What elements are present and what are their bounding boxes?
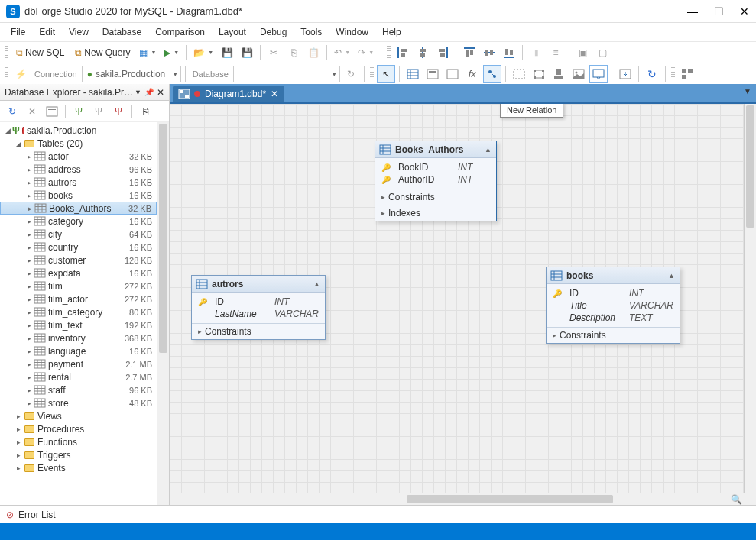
distribute-h-button[interactable]: ⫴ — [527, 44, 545, 62]
distribute-v-button[interactable]: ≡ — [547, 44, 565, 62]
menu-comparison[interactable]: Comparison — [149, 24, 211, 40]
entity-section-constraints[interactable]: ▸Constraints — [375, 189, 496, 205]
align-top-button[interactable] — [460, 44, 479, 62]
tree-scrollbar[interactable] — [157, 122, 169, 505]
column-row[interactable]: TitleVARCHAR — [547, 299, 680, 312]
minimize-button[interactable]: ― — [687, 6, 698, 17]
tree-table-actor[interactable]: ▸actor32 KB — [0, 150, 157, 163]
add-table-button[interactable] — [404, 65, 422, 83]
zoom-icon[interactable]: 🔍 — [731, 494, 742, 505]
chevron-down-icon[interactable]: ▼ — [135, 89, 141, 96]
menu-edit[interactable]: Edit — [33, 24, 61, 40]
tree-folder-events[interactable]: ▸Events — [0, 461, 157, 474]
tree-table-inventory[interactable]: ▸inventory368 KB — [0, 331, 157, 344]
entity-section-constraints[interactable]: ▸Constraints — [192, 323, 325, 339]
tab-menu-icon[interactable]: ▼ — [744, 87, 751, 95]
menu-debug[interactable]: Debug — [254, 24, 293, 40]
new-query-button[interactable]: ⧉ New Query — [70, 44, 135, 62]
export-diagram-button[interactable] — [616, 65, 634, 83]
tree-table-autrors[interactable]: ▸autrors16 KB — [0, 176, 157, 189]
tree-table-language[interactable]: ▸language16 KB — [0, 344, 157, 357]
tree-table-film[interactable]: ▸film272 KB — [0, 280, 157, 293]
tree-folder-functions[interactable]: ▸Functions — [0, 435, 157, 448]
tree-table-film_text[interactable]: ▸film_text192 KB — [0, 319, 157, 331]
database-combo[interactable] — [233, 66, 340, 82]
canvas-hscrollbar[interactable]: 🔍 — [170, 493, 744, 505]
tree-folder-views[interactable]: ▸Views — [0, 409, 157, 422]
entity-section-constraints[interactable]: ▸Constraints — [547, 327, 680, 343]
new-sql-button[interactable]: ⧉ New SQL — [11, 44, 69, 62]
align-bottom-button[interactable] — [500, 44, 518, 62]
align-center-h-button[interactable] — [414, 44, 432, 62]
toolbar-grip[interactable] — [5, 46, 8, 60]
entity-books[interactable]: books ▲ 🔑IDINTTitleVARCHARDescriptionTEX… — [546, 267, 680, 344]
column-row[interactable]: 🔑IDINT — [192, 296, 325, 308]
menu-file[interactable]: File — [5, 24, 31, 40]
image-tool[interactable] — [569, 65, 588, 83]
new-relation-button[interactable] — [483, 65, 501, 83]
tree-table-category[interactable]: ▸category16 KB — [0, 215, 157, 228]
add-view-button[interactable] — [423, 65, 442, 83]
undo-button[interactable]: ↶▼ — [331, 44, 353, 62]
note-tool[interactable] — [589, 65, 608, 83]
column-row[interactable]: 🔑BookIDINT — [375, 161, 496, 173]
save-button[interactable]: 💾 — [218, 44, 236, 62]
refresh-db-button[interactable]: ↻ — [342, 65, 360, 83]
database-tree[interactable]: ◢Ψ sakila.Production◢Tables (20)▸actor32… — [0, 122, 157, 505]
bring-front-button[interactable]: ▣ — [573, 44, 592, 62]
menu-tools[interactable]: Tools — [294, 24, 328, 40]
align-left-button[interactable] — [394, 44, 412, 62]
tree-table-rental[interactable]: ▸rental2.7 MB — [0, 370, 157, 383]
connect-button[interactable]: ⚡ — [11, 65, 30, 83]
entity-section-indexes[interactable]: ▸Indexes — [375, 205, 496, 221]
tree-table-customer[interactable]: ▸customer128 KB — [0, 254, 157, 267]
tree-table-books_authors[interactable]: ▸Books_Authors32 KB — [0, 202, 157, 215]
menu-database[interactable]: Database — [96, 24, 148, 40]
menu-layout[interactable]: Layout — [213, 24, 252, 40]
execute-dropdown[interactable]: ▶▼ — [161, 44, 182, 62]
new-window-button[interactable] — [43, 102, 61, 121]
toolbar-grip[interactable] — [671, 67, 675, 81]
tree-table-film_category[interactable]: ▸film_category80 KB — [0, 306, 157, 319]
tree-table-city[interactable]: ▸city64 KB — [0, 228, 157, 241]
delete-button[interactable]: ✕ — [23, 102, 41, 121]
close-panel-icon[interactable]: ✕ — [157, 87, 164, 98]
align-middle-button[interactable] — [480, 44, 498, 62]
cut-button[interactable]: ✂ — [264, 44, 283, 62]
tree-table-address[interactable]: ▸address96 KB — [0, 163, 157, 176]
redo-button[interactable]: ↷▼ — [355, 44, 377, 62]
paste-button[interactable]: 📋 — [304, 44, 323, 62]
tree-table-books[interactable]: ▸books16 KB — [0, 189, 157, 202]
tree-connection[interactable]: ◢Ψ sakila.Production — [0, 124, 157, 137]
filter-green-button[interactable]: Ψ — [70, 102, 88, 121]
pointer-tool[interactable]: ↖ — [377, 65, 395, 83]
toolbar-grip[interactable] — [387, 46, 391, 60]
tree-table-store[interactable]: ▸store48 KB — [0, 396, 157, 409]
tree-table-payment[interactable]: ▸payment2.1 MB — [0, 357, 157, 370]
tab-diagram[interactable]: Diagram1.dbd* ✕ — [173, 86, 284, 102]
tree-table-country[interactable]: ▸country16 KB — [0, 241, 157, 254]
collapse-icon[interactable]: ▲ — [313, 280, 320, 288]
entity-books-authors[interactable]: Books_Authors ▲ 🔑BookIDINT🔑AuthorIDINT ▸… — [375, 141, 497, 221]
error-list-tab[interactable]: ⊘ Error List — [0, 505, 756, 523]
column-row[interactable]: LastNameVARCHAR — [192, 308, 325, 320]
entity-autrors[interactable]: autrors ▲ 🔑IDINTLastNameVARCHAR ▸Constra… — [191, 275, 326, 340]
save-all-button[interactable]: 💾 — [238, 44, 256, 62]
container-tool[interactable] — [510, 65, 528, 83]
filter-red-button[interactable]: Ψ — [109, 102, 128, 121]
toolbar-grip[interactable] — [370, 67, 374, 81]
column-row[interactable]: 🔑IDINT — [547, 287, 680, 299]
function-tool[interactable]: fx — [463, 65, 482, 83]
tree-folder-procedures[interactable]: ▸Procedures — [0, 422, 157, 435]
column-row[interactable]: DescriptionTEXT — [547, 312, 680, 324]
column-row[interactable]: 🔑AuthorIDINT — [375, 173, 496, 186]
tree-folder-triggers[interactable]: ▸Triggers — [0, 448, 157, 461]
close-button[interactable]: ✕ — [739, 6, 750, 17]
canvas-vscrollbar[interactable] — [744, 104, 756, 493]
refresh-tree-button[interactable]: ↻ — [3, 102, 21, 121]
tab-close-icon[interactable]: ✕ — [271, 89, 278, 99]
send-back-button[interactable]: ▢ — [593, 44, 612, 62]
tree-table-film_actor[interactable]: ▸film_actor272 KB — [0, 293, 157, 306]
connection-combo[interactable]: ●sakila.Production — [82, 66, 181, 82]
layout-tool[interactable] — [678, 65, 696, 83]
